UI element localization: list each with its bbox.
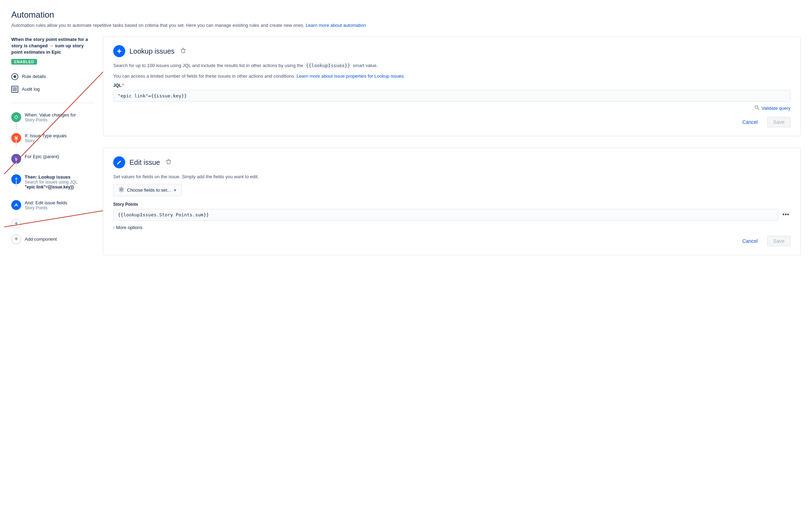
story-points-field-row: •••: [113, 209, 790, 221]
svg-rect-1: [13, 88, 17, 88]
jql-field-label: JQL*: [113, 83, 790, 88]
learn-more-link[interactable]: Learn more about automation: [306, 23, 366, 28]
sidebar-item-label: Audit log: [22, 86, 40, 92]
edit-issue-panel: Edit issue Set values for fields on the …: [103, 148, 801, 255]
lookup-learn-more-link[interactable]: Learn more about issue properties for Lo…: [297, 73, 405, 79]
svg-rect-15: [181, 49, 186, 50]
step-for-content: For Epic (parent): [25, 154, 59, 159]
svg-rect-2: [13, 89, 17, 90]
step-and-content: And: Edit issue fields Story Points: [25, 200, 67, 210]
add-step-circle: +: [11, 214, 95, 231]
lookup-issues-panel: Lookup issues Search for up to 100 issue…: [103, 36, 801, 136]
list-icon: [11, 86, 18, 93]
more-options-row[interactable]: › More options: [113, 225, 790, 230]
edit-desc: Set values for fields on the issue. Simp…: [113, 173, 790, 180]
add-component-icon: +: [11, 234, 21, 244]
lookup-panel-delete-icon[interactable]: [180, 48, 186, 55]
page-title: Automation: [11, 10, 801, 20]
step-connector: [16, 139, 17, 146]
step-when-sublabel: Story Points: [25, 118, 76, 122]
step-when-content: When: Value changes for Story Points: [25, 112, 76, 122]
sidebar: When the story point estimate for a stor…: [11, 36, 103, 248]
story-points-input[interactable]: [113, 209, 778, 221]
svg-rect-19: [166, 160, 171, 161]
validate-query-link[interactable]: Validate query: [762, 106, 790, 111]
step-if-sublabel: Story: [25, 138, 67, 143]
rule-title-text: When the story point estimate for a stor…: [11, 36, 95, 56]
story-points-label: Story Points: [113, 202, 790, 207]
validate-row: Validate query: [113, 105, 790, 111]
svg-point-21: [121, 188, 122, 190]
edit-panel-title: Edit issue: [129, 158, 160, 167]
edit-cancel-button[interactable]: Cancel: [736, 236, 764, 246]
svg-point-17: [755, 106, 758, 109]
sidebar-item-label: Rule details: [22, 74, 46, 79]
lookup-panel-title: Lookup issues: [129, 47, 175, 55]
svg-rect-16: [182, 48, 184, 49]
step-then-desc1: Search for issues using JQL: [25, 180, 78, 185]
story-points-ellipsis-button[interactable]: •••: [781, 211, 790, 218]
step-when[interactable]: When: Value changes for Story Points: [11, 109, 95, 126]
lookup-btn-row: Cancel Save: [113, 117, 790, 127]
more-options-label: More options: [116, 225, 143, 230]
step-for-label: For Epic (parent): [25, 154, 59, 159]
step-then-content: Then: Lookup issues Search for issues us…: [25, 174, 78, 190]
lookup-save-button[interactable]: Save: [767, 117, 790, 127]
lookup-desc2: You can access a limited number of field…: [113, 73, 790, 80]
svg-rect-20: [168, 159, 170, 160]
gear-icon: [119, 187, 124, 193]
step-if-label: If: Issue Type equals: [25, 133, 67, 138]
page-subtitle: Automation rules allow you to automate r…: [11, 23, 801, 28]
svg-line-18: [758, 108, 759, 110]
jql-input[interactable]: [113, 90, 790, 102]
step-connector: [16, 181, 17, 188]
sidebar-divider: [11, 103, 95, 103]
lookup-desc1: Search for up to 100 issues using JQL an…: [113, 62, 790, 69]
lookup-panel-header: Lookup issues: [113, 45, 790, 57]
chevron-right-icon: ›: [113, 225, 115, 229]
svg-point-0: [13, 75, 16, 78]
circle-icon: [11, 73, 18, 80]
lookup-code: {{lookupIssues}}: [304, 62, 351, 68]
enabled-badge: ENABLED: [11, 59, 37, 65]
edit-panel-delete-icon[interactable]: [166, 159, 171, 166]
choose-fields-label: Choose fields to set...: [127, 187, 171, 193]
sidebar-nav: Rule details Audit log: [11, 70, 95, 96]
edit-panel-icon: [113, 156, 125, 168]
search-icon: [755, 105, 759, 111]
lookup-cancel-button[interactable]: Cancel: [736, 117, 764, 127]
edit-btn-row: Cancel Save: [113, 236, 790, 246]
step-for[interactable]: b For Epic (parent): [11, 147, 95, 167]
step-then-label: Then: Lookup issues: [25, 174, 78, 180]
and-icon: [11, 200, 21, 210]
add-component-label: Add component: [25, 236, 57, 242]
step-and[interactable]: And: Edit issue fields Story Points: [11, 193, 95, 214]
step-connector: [16, 160, 17, 167]
rule-title-box: When the story point estimate for a stor…: [11, 36, 95, 65]
add-component-button[interactable]: + Add component: [11, 231, 95, 248]
lookup-panel-icon: [113, 45, 125, 57]
step-list: When: Value changes for Story Points If:…: [11, 109, 95, 214]
sidebar-item-audit-log[interactable]: Audit log: [11, 83, 95, 96]
step-and-sublabel: Story Points: [25, 205, 67, 210]
step-if-content: If: Issue Type equals Story: [25, 133, 67, 143]
chevron-down-icon: ▾: [174, 187, 176, 193]
edit-panel-header: Edit issue: [113, 156, 790, 168]
edit-save-button[interactable]: Save: [767, 236, 790, 246]
content-area: Lookup issues Search for up to 100 issue…: [103, 36, 801, 255]
step-and-label: And: Edit issue fields: [25, 200, 67, 205]
add-circle-icon: +: [11, 219, 21, 229]
when-icon: [11, 112, 21, 122]
step-when-label: When: Value changes for: [25, 112, 76, 118]
sidebar-item-rule-details[interactable]: Rule details: [11, 70, 95, 83]
step-if[interactable]: If: Issue Type equals Story: [11, 126, 95, 147]
svg-rect-3: [13, 90, 17, 91]
step-then[interactable]: + Then: Lookup issues Search for issues …: [11, 167, 95, 193]
step-then-desc2: "epic link"={{issue.key}}: [25, 185, 78, 190]
choose-fields-button[interactable]: Choose fields to set... ▾: [113, 184, 182, 196]
